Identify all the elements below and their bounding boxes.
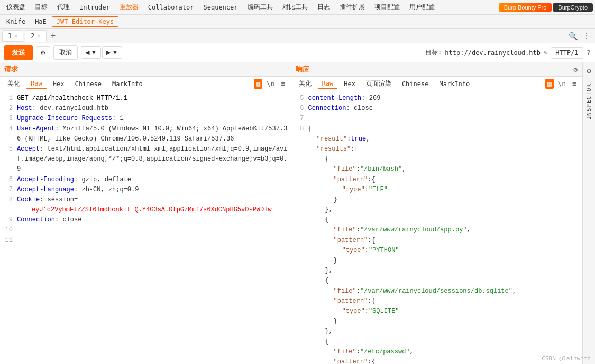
request-content[interactable]: 1 GET /api/healthcheck HTTP/1.1 2 Host: …	[0, 91, 291, 364]
tab-2-label: 2	[31, 32, 34, 40]
request-panel-tabs: 美化 Raw Hex Chinese MarkInfo ▦ \n ≡	[0, 77, 291, 91]
tab-more-icon[interactable]: ⋮	[580, 32, 593, 40]
menu-user-options[interactable]: 用户配置	[405, 1, 439, 13]
tab-add-button[interactable]: +	[48, 31, 59, 41]
resp-line-num-6: 6	[294, 104, 304, 114]
response-tab-raw[interactable]: Raw	[318, 79, 338, 89]
resp-entry4-pattern: "pattern":{	[291, 357, 582, 364]
menu-intruder[interactable]: Intruder	[75, 2, 114, 13]
response-tab-markinfo[interactable]: MarkInfo	[435, 79, 474, 89]
menu-sequencer[interactable]: Sequencer	[199, 2, 242, 13]
nav-prev-button[interactable]: ◀ ▼	[81, 46, 101, 59]
menu-target[interactable]: 目标	[31, 1, 52, 13]
nav-next-button[interactable]: ▶ ▼	[102, 46, 122, 59]
line-num-3: 3	[2, 114, 13, 124]
burp-pro-button[interactable]: Burp Bounty Pro	[499, 3, 552, 12]
help-icon[interactable]: ?	[587, 49, 591, 57]
request-tab-beautify[interactable]: 美化	[3, 78, 24, 89]
response-tab-beautify[interactable]: 美化	[295, 78, 316, 89]
request-tab-raw[interactable]: Raw	[26, 79, 47, 89]
settings-button[interactable]: ⚙	[36, 46, 50, 59]
request-line-11-content	[17, 236, 289, 246]
response-tab-render[interactable]: 页面渲染	[362, 78, 396, 89]
request-line-5: 5 Accept: text/html,application/xhtml+xm…	[0, 144, 291, 175]
resp-line-8-content: {	[308, 124, 580, 134]
request-menu-icon[interactable]: ≡	[279, 79, 288, 89]
request-line-8-content: Cookie: session=eyJ1c2VybmFtZZSI6Imdhcnk…	[17, 195, 289, 215]
request-line-9: 9 Connection: close	[0, 215, 291, 225]
resp-entry3-close: },	[291, 326, 582, 337]
resp-line-5-content: content-Length: 269	[308, 94, 580, 104]
resp-entry3-open: {	[291, 276, 582, 286]
resp-line-7-content	[308, 114, 580, 124]
tab-search-icon[interactable]: 🔍	[566, 32, 580, 40]
menu-proxy[interactable]: 代理	[53, 1, 74, 13]
submenu-jwt-editor-keys[interactable]: JWT Editor Keys	[52, 16, 118, 27]
resp-entry1-pclose: }	[291, 195, 582, 205]
inspector-label[interactable]: INSPECTOR	[585, 83, 592, 120]
response-settings-icon[interactable]: ⚙	[573, 66, 578, 73]
resp-line-6-content: Connection: close	[308, 104, 580, 114]
submenu-knife[interactable]: Knife	[2, 17, 30, 26]
response-tab-chinese[interactable]: Chinese	[398, 79, 433, 89]
request-tab-chinese[interactable]: Chinese	[70, 79, 106, 89]
target-info: 目标: http://dev.rainycloud.htb ✎ HTTP/1 ?	[425, 47, 591, 59]
request-newline-icon[interactable]: \n	[264, 79, 277, 89]
menu-project-options[interactable]: 项目配置	[370, 1, 404, 13]
inspector-gear-icon[interactable]: ⚙	[587, 67, 591, 75]
http-version-selector[interactable]: HTTP/1	[551, 47, 583, 59]
submenu-hae[interactable]: HaE	[31, 17, 51, 26]
menu-logger[interactable]: 日志	[313, 1, 334, 13]
tab-1[interactable]: 1 ×	[2, 30, 23, 42]
submenu-bar: Knife HaE JWT Editor Keys	[0, 15, 595, 29]
request-line-4-content: User-Agent: Mozilla/5.0 (Windows NT 10.0…	[17, 124, 289, 144]
request-line-3-content: Upgrade-Insecure-Requests: 1	[17, 114, 289, 124]
menu-collaborator[interactable]: Collaborator	[144, 2, 198, 13]
resp-line-num-8: 8	[294, 124, 304, 134]
response-line-6: 6 Connection: close	[291, 104, 582, 114]
response-header: 响应 ⚙	[291, 62, 582, 77]
request-line-2-content: Host: dev.rainycloud.htb	[17, 104, 289, 114]
response-grid-icon[interactable]: ▦	[545, 79, 554, 89]
menu-extensions[interactable]: 插件扩展	[335, 1, 369, 13]
cancel-button[interactable]: 取消	[53, 45, 78, 60]
menu-comparer[interactable]: 对比工具	[278, 1, 312, 13]
main-content: 请求 美化 Raw Hex Chinese MarkInfo ▦ \n ≡ 1 …	[0, 62, 595, 364]
resp-entry2-file: "file":"/var/www/rainycloud/app.py",	[291, 225, 582, 235]
request-grid-icon[interactable]: ▦	[254, 79, 262, 89]
resp-entry3-file: "file":"/var/www/rainycloud/sessions/db.…	[291, 286, 582, 296]
response-newline-icon[interactable]: \n	[556, 79, 569, 89]
resp-result-true: "result":true,	[291, 134, 582, 144]
tab-2[interactable]: 2 ×	[25, 30, 46, 42]
request-header: 请求	[0, 62, 291, 77]
tabs-bar: 1 × 2 × + 🔍 ⋮	[0, 29, 595, 43]
request-tab-markinfo[interactable]: MarkInfo	[108, 79, 147, 89]
tab-2-close[interactable]: ×	[38, 33, 41, 39]
response-panel: 响应 ⚙ 美化 Raw Hex 页面渲染 Chinese MarkInfo ▦ …	[291, 62, 583, 364]
tab-1-label: 1	[8, 32, 12, 40]
target-edit-icon[interactable]: ✎	[544, 49, 547, 57]
inspector-panel: ⚙ INSPECTOR	[582, 62, 595, 364]
request-line-1: 1 GET /api/healthcheck HTTP/1.1	[0, 94, 291, 104]
request-line-2: 2 Host: dev.rainycloud.htb	[0, 104, 291, 114]
send-button[interactable]: 发送	[4, 45, 33, 60]
menu-repeater[interactable]: 重放器	[115, 1, 143, 13]
resp-entry1-open: {	[291, 154, 582, 164]
menu-encoder[interactable]: 编码工具	[243, 1, 277, 13]
request-line-5-content: Accept: text/html,application/xhtml+xml,…	[17, 144, 289, 175]
burpcrypto-button[interactable]: BurpCrypto	[553, 3, 593, 12]
line-num-9: 9	[2, 215, 13, 225]
resp-line-num-5: 5	[294, 94, 304, 104]
response-menu-icon[interactable]: ≡	[570, 79, 579, 89]
request-line-10: 10	[0, 225, 291, 235]
response-content[interactable]: 5 content-Length: 269 6 Connection: clos…	[291, 91, 582, 364]
menu-dashboard[interactable]: 仪表盘	[2, 1, 30, 13]
tab-1-close[interactable]: ×	[14, 33, 17, 39]
request-line-4: 4 User-Agent: Mozilla/5.0 (Windows NT 10…	[0, 124, 291, 144]
line-num-11: 11	[2, 236, 13, 246]
target-label: 目标:	[425, 48, 442, 57]
request-tab-hex[interactable]: Hex	[49, 79, 69, 89]
response-tab-hex[interactable]: Hex	[340, 79, 360, 89]
burp-pro-area: Burp Bounty Pro BurpCrypto	[499, 3, 593, 12]
resp-entry2-pattern: "pattern":{	[291, 236, 582, 246]
